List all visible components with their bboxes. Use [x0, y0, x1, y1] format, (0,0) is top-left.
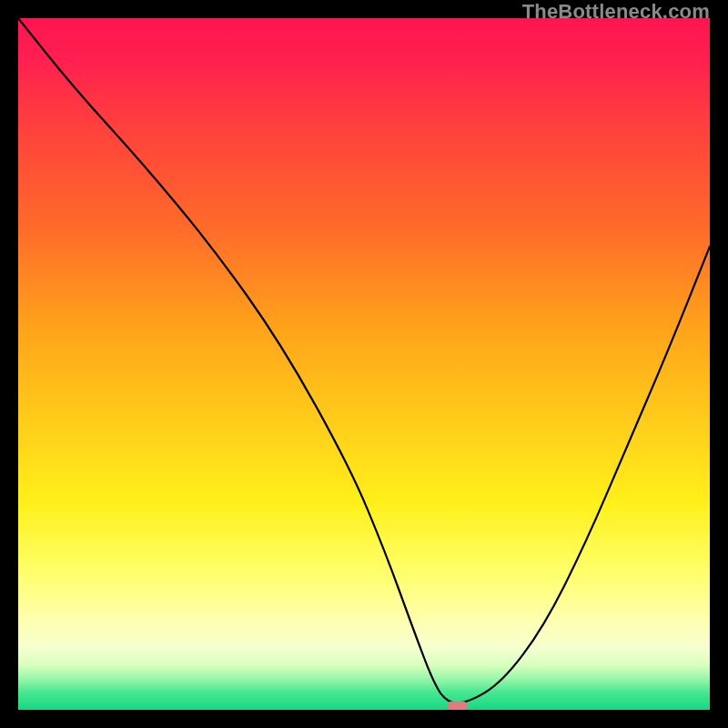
- bottleneck-chart-svg: [18, 18, 710, 710]
- chart-frame: TheBottleneck.com: [0, 0, 728, 728]
- plot-area: [18, 18, 710, 710]
- watermark-text: TheBottleneck.com: [522, 0, 710, 24]
- optimum-marker: [448, 701, 468, 710]
- gradient-background: [18, 18, 710, 710]
